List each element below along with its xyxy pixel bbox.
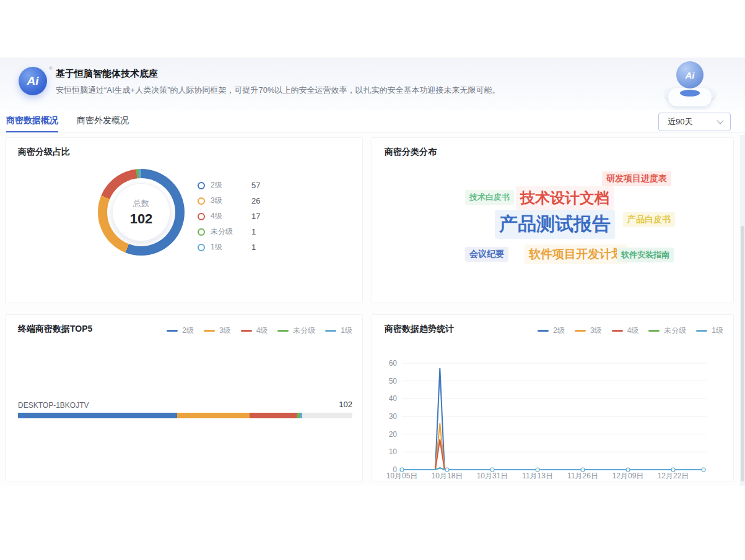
x-axis-tick-label: 10月18日: [432, 472, 463, 480]
cloud-word: 产品白皮书: [623, 212, 675, 227]
panel-title: 商密分级占比: [18, 147, 70, 158]
data-point-marker: [445, 468, 449, 472]
legend-dash-icon: [204, 330, 215, 332]
legend-ring-icon: [198, 228, 205, 236]
page-subtitle: 安恒恒脑通过“AI生成+人类决策”的人际协同框架，可提升70%以上的安全运营效率…: [56, 85, 500, 96]
cloud-word: 产品测试报告: [495, 210, 615, 239]
tab-secret-data-overview[interactable]: 商密数据概况: [6, 110, 58, 132]
legend-label: 未分级: [211, 226, 251, 237]
bar-segment: [177, 413, 250, 418]
legend-value: 17: [251, 212, 260, 221]
legend-value: 1: [251, 243, 256, 252]
legend-dash-icon: [167, 330, 178, 332]
bar-legend: 2级3级4级未分级1级: [167, 325, 352, 336]
y-axis-tick-label: 60: [389, 359, 398, 368]
series-legend-item[interactable]: 2级: [167, 325, 194, 336]
series-legend-item[interactable]: 未分级: [277, 325, 315, 336]
x-axis-tick-label: 10月05日: [386, 472, 418, 480]
legend-label: 2级: [182, 325, 194, 336]
legend-value: 26: [251, 196, 260, 205]
mascot-neck: [680, 90, 700, 97]
panel-title: 终端商密数据TOP5: [18, 324, 92, 335]
chevron-down-icon: [717, 117, 723, 124]
y-axis-tick-label: 50: [389, 377, 398, 386]
dashboard-app: Ai ® 基于恒脑智能体技术底座 安恒恒脑通过“AI生成+人类决策”的人际协同框…: [0, 58, 745, 486]
data-point-marker: [702, 468, 705, 472]
cloud-word: 软件安装指南: [617, 248, 674, 262]
data-point-marker: [490, 468, 494, 472]
legend-label: 3级: [211, 196, 251, 206]
terminal-total: 102: [339, 400, 352, 409]
pie-legend-item[interactable]: 未分级1: [198, 224, 260, 239]
legend-label: 1级: [211, 242, 251, 252]
donut-center: 总数 102: [98, 169, 185, 256]
x-axis-tick-label: 12月22日: [658, 472, 689, 480]
cloud-word: 技术白皮书: [465, 190, 514, 205]
bar-segment: [300, 413, 303, 418]
y-axis-tick-label: 40: [389, 394, 398, 403]
x-axis-tick-label: 11月26日: [567, 472, 598, 480]
y-axis-tick-label: 10: [389, 447, 398, 456]
legend-label: 1级: [341, 325, 352, 336]
cloud-word: 技术设计文档: [516, 186, 614, 210]
legend-label: 4级: [256, 325, 268, 336]
trend-line-chart: 010203040506010月05日10月18日10月31日11月13日11月…: [372, 315, 733, 481]
legend-label: 未分级: [293, 325, 315, 336]
legend-value: 1: [251, 227, 256, 236]
panel-grade-ratio: 商密分级占比 总数 102 2级573级264级17未分级11级1: [5, 137, 363, 303]
trend-series-line: [402, 439, 704, 470]
scrollbar-thumb[interactable]: [741, 226, 744, 481]
tab-outbound-overview[interactable]: 商密外发概况: [77, 110, 129, 131]
registered-mark: ®: [49, 66, 53, 71]
pie-legend-item[interactable]: 4级17: [198, 209, 260, 224]
donut-total-value: 102: [130, 211, 153, 227]
tab-bar: 商密数据概况 商密外发概况: [0, 110, 745, 132]
ai-robot-mascot: Ai: [668, 59, 712, 109]
header: Ai ® 基于恒脑智能体技术底座 安恒恒脑通过“AI生成+人类决策”的人际协同框…: [0, 58, 745, 110]
x-axis-tick-label: 12月09日: [612, 472, 644, 480]
series-legend-item[interactable]: 4级: [241, 325, 268, 336]
trend-series-line: [402, 423, 704, 470]
legend-value: 57: [251, 181, 260, 190]
date-range-select[interactable]: 近90天: [658, 113, 731, 131]
pie-legend-item[interactable]: 2级57: [198, 178, 260, 193]
cloud-word: 会议纪要: [465, 247, 508, 262]
y-axis-tick-label: 20: [389, 430, 398, 439]
stacked-bar: [18, 413, 352, 418]
cloud-word: 软件项目开发计划: [525, 244, 627, 264]
panel-title: 商密分类分布: [385, 147, 437, 158]
legend-label: 2级: [211, 180, 251, 191]
panel-category-distribution: 商密分类分布 研发项目进度表技术白皮书技术设计文档产品白皮书产品测试报告会议纪要…: [372, 137, 734, 303]
date-range-value: 近90天: [668, 116, 692, 127]
panel-terminal-top5: 终端商密数据TOP5 2级3级4级未分级1级 DESKTOP-1BKOJTV 1…: [5, 314, 363, 481]
legend-dash-icon: [325, 330, 336, 332]
data-point-marker: [536, 468, 539, 472]
pie-legend-item[interactable]: 1级1: [198, 239, 260, 255]
data-point-marker: [671, 468, 675, 472]
bar-segment: [18, 413, 177, 418]
y-axis-tick-label: 30: [389, 412, 398, 421]
terminal-name: DESKTOP-1BKOJTV: [18, 401, 89, 410]
series-legend-item[interactable]: 1级: [325, 325, 352, 336]
series-legend-item[interactable]: 3级: [204, 325, 231, 336]
x-axis-tick-label: 10月31日: [477, 472, 508, 480]
legend-label: 4级: [211, 211, 251, 222]
donut-total-label: 总数: [133, 198, 149, 209]
pie-legend-item[interactable]: 3级26: [198, 193, 260, 209]
cloud-word: 研发项目进度表: [602, 171, 671, 186]
grade-donut-chart: 总数 102: [98, 169, 185, 256]
legend-label: 3级: [219, 325, 231, 336]
mascot-head: Ai: [676, 61, 704, 88]
legend-dash-icon: [241, 330, 252, 332]
brand-logo: Ai: [19, 67, 47, 95]
legend-ring-icon: [198, 213, 205, 220]
legend-ring-icon: [198, 197, 205, 205]
scrollbar-track: [740, 135, 745, 486]
bar-segment: [250, 413, 297, 418]
data-point-marker: [581, 468, 585, 472]
page-title: 基于恒脑智能体技术底座: [56, 68, 158, 80]
legend-ring-icon: [198, 182, 205, 189]
panel-trend: 商密数据趋势统计 2级3级4级未分级1级 010203040506010月05日…: [372, 314, 734, 481]
legend-ring-icon: [198, 244, 205, 251]
legend-dash-icon: [277, 330, 289, 332]
